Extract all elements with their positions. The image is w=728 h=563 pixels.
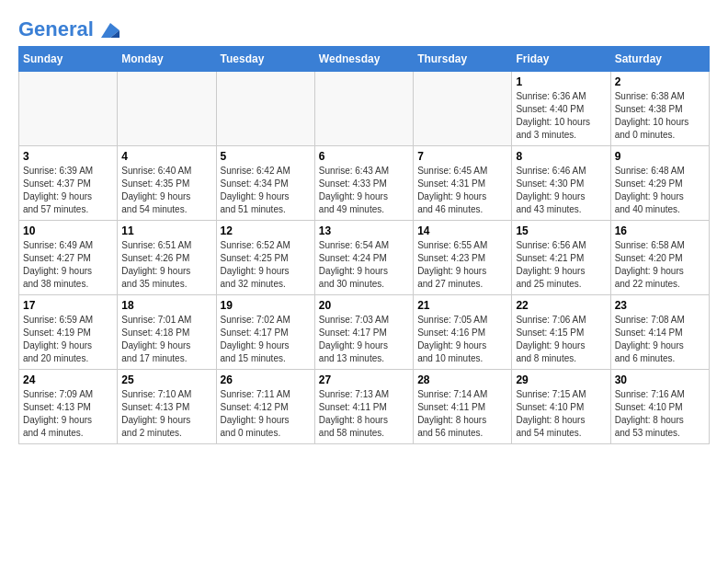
calendar-cell: 8Sunrise: 6:46 AM Sunset: 4:30 PM Daylig… xyxy=(512,146,610,221)
day-number: 1 xyxy=(516,75,606,88)
logo-icon xyxy=(101,23,119,38)
day-number: 2 xyxy=(615,75,705,88)
calendar-cell: 10Sunrise: 6:49 AM Sunset: 4:27 PM Dayli… xyxy=(19,221,118,295)
day-number: 8 xyxy=(516,150,606,163)
day-info: Sunrise: 6:38 AM Sunset: 4:38 PM Dayligh… xyxy=(615,90,705,142)
day-header-tuesday: Tuesday xyxy=(216,47,314,72)
calendar-cell: 29Sunrise: 7:15 AM Sunset: 4:10 PM Dayli… xyxy=(512,370,610,444)
day-number: 11 xyxy=(121,224,211,237)
calendar-cell: 13Sunrise: 6:54 AM Sunset: 4:24 PM Dayli… xyxy=(314,221,413,295)
week-row-3: 10Sunrise: 6:49 AM Sunset: 4:27 PM Dayli… xyxy=(19,221,710,295)
day-number: 15 xyxy=(516,224,606,237)
calendar-cell: 19Sunrise: 7:02 AM Sunset: 4:17 PM Dayli… xyxy=(216,295,314,370)
day-info: Sunrise: 6:49 AM Sunset: 4:27 PM Dayligh… xyxy=(23,239,113,291)
day-number: 30 xyxy=(615,373,705,386)
day-number: 10 xyxy=(23,224,113,237)
week-row-5: 24Sunrise: 7:09 AM Sunset: 4:13 PM Dayli… xyxy=(19,370,710,444)
day-number: 22 xyxy=(516,299,606,312)
day-number: 14 xyxy=(417,224,507,237)
day-number: 23 xyxy=(615,299,705,312)
day-info: Sunrise: 6:40 AM Sunset: 4:35 PM Dayligh… xyxy=(121,165,211,216)
week-row-2: 3Sunrise: 6:39 AM Sunset: 4:37 PM Daylig… xyxy=(19,146,710,221)
calendar-cell xyxy=(414,72,512,146)
calendar-cell xyxy=(19,72,118,146)
day-number: 27 xyxy=(319,373,409,386)
day-info: Sunrise: 6:52 AM Sunset: 4:25 PM Dayligh… xyxy=(221,239,311,291)
day-info: Sunrise: 7:09 AM Sunset: 4:13 PM Dayligh… xyxy=(23,388,113,440)
day-number: 16 xyxy=(615,224,705,237)
day-number: 19 xyxy=(221,299,311,312)
calendar-cell: 3Sunrise: 6:39 AM Sunset: 4:37 PM Daylig… xyxy=(19,146,118,221)
day-info: Sunrise: 7:02 AM Sunset: 4:17 PM Dayligh… xyxy=(221,314,311,365)
calendar-cell: 25Sunrise: 7:10 AM Sunset: 4:13 PM Dayli… xyxy=(118,370,216,444)
day-info: Sunrise: 6:43 AM Sunset: 4:33 PM Dayligh… xyxy=(319,165,409,216)
day-info: Sunrise: 7:01 AM Sunset: 4:18 PM Dayligh… xyxy=(121,314,211,365)
calendar-cell: 17Sunrise: 6:59 AM Sunset: 4:19 PM Dayli… xyxy=(19,295,118,370)
calendar-cell: 16Sunrise: 6:58 AM Sunset: 4:20 PM Dayli… xyxy=(610,221,709,295)
day-number: 3 xyxy=(23,150,113,163)
calendar-cell: 26Sunrise: 7:11 AM Sunset: 4:12 PM Dayli… xyxy=(216,370,314,444)
calendar-cell xyxy=(118,72,216,146)
day-number: 7 xyxy=(417,150,507,163)
logo: General xyxy=(18,18,119,37)
day-info: Sunrise: 6:54 AM Sunset: 4:24 PM Dayligh… xyxy=(319,239,409,291)
day-info: Sunrise: 6:45 AM Sunset: 4:31 PM Dayligh… xyxy=(417,165,507,216)
day-number: 6 xyxy=(319,150,409,163)
day-header-monday: Monday xyxy=(118,47,216,72)
day-info: Sunrise: 6:55 AM Sunset: 4:23 PM Dayligh… xyxy=(417,239,507,291)
day-info: Sunrise: 6:42 AM Sunset: 4:34 PM Dayligh… xyxy=(221,165,311,216)
day-header-wednesday: Wednesday xyxy=(314,47,413,72)
calendar-cell: 1Sunrise: 6:36 AM Sunset: 4:40 PM Daylig… xyxy=(512,72,610,146)
day-number: 12 xyxy=(221,224,311,237)
calendar-cell: 28Sunrise: 7:14 AM Sunset: 4:11 PM Dayli… xyxy=(414,370,512,444)
day-number: 28 xyxy=(417,373,507,386)
day-number: 5 xyxy=(221,150,311,163)
day-header-saturday: Saturday xyxy=(610,47,709,72)
calendar-cell: 12Sunrise: 6:52 AM Sunset: 4:25 PM Dayli… xyxy=(216,221,314,295)
day-number: 20 xyxy=(319,299,409,312)
day-number: 29 xyxy=(516,373,606,386)
day-number: 24 xyxy=(23,373,113,386)
week-row-1: 1Sunrise: 6:36 AM Sunset: 4:40 PM Daylig… xyxy=(19,72,710,146)
day-info: Sunrise: 7:11 AM Sunset: 4:12 PM Dayligh… xyxy=(221,388,311,440)
day-number: 25 xyxy=(121,373,211,386)
day-number: 4 xyxy=(121,150,211,163)
day-info: Sunrise: 7:13 AM Sunset: 4:11 PM Dayligh… xyxy=(319,388,409,440)
calendar-cell: 15Sunrise: 6:56 AM Sunset: 4:21 PM Dayli… xyxy=(512,221,610,295)
day-info: Sunrise: 6:46 AM Sunset: 4:30 PM Dayligh… xyxy=(516,165,606,216)
calendar-cell: 4Sunrise: 6:40 AM Sunset: 4:35 PM Daylig… xyxy=(118,146,216,221)
day-header-thursday: Thursday xyxy=(414,47,512,72)
day-number: 17 xyxy=(23,299,113,312)
day-header-sunday: Sunday xyxy=(19,47,118,72)
day-info: Sunrise: 7:03 AM Sunset: 4:17 PM Dayligh… xyxy=(319,314,409,365)
calendar-cell: 6Sunrise: 6:43 AM Sunset: 4:33 PM Daylig… xyxy=(314,146,413,221)
day-number: 18 xyxy=(121,299,211,312)
page-header: General xyxy=(18,18,710,37)
calendar-cell: 21Sunrise: 7:05 AM Sunset: 4:16 PM Dayli… xyxy=(414,295,512,370)
day-info: Sunrise: 6:48 AM Sunset: 4:29 PM Dayligh… xyxy=(615,165,705,216)
day-info: Sunrise: 7:05 AM Sunset: 4:16 PM Dayligh… xyxy=(417,314,507,365)
day-info: Sunrise: 7:08 AM Sunset: 4:14 PM Dayligh… xyxy=(615,314,705,365)
day-info: Sunrise: 7:16 AM Sunset: 4:10 PM Dayligh… xyxy=(615,388,705,440)
calendar-cell: 14Sunrise: 6:55 AM Sunset: 4:23 PM Dayli… xyxy=(414,221,512,295)
calendar-cell xyxy=(216,72,314,146)
calendar-cell xyxy=(314,72,413,146)
calendar-cell: 2Sunrise: 6:38 AM Sunset: 4:38 PM Daylig… xyxy=(610,72,709,146)
week-row-4: 17Sunrise: 6:59 AM Sunset: 4:19 PM Dayli… xyxy=(19,295,710,370)
day-number: 26 xyxy=(221,373,311,386)
calendar-cell: 18Sunrise: 7:01 AM Sunset: 4:18 PM Dayli… xyxy=(118,295,216,370)
calendar-cell: 9Sunrise: 6:48 AM Sunset: 4:29 PM Daylig… xyxy=(610,146,709,221)
day-info: Sunrise: 6:51 AM Sunset: 4:26 PM Dayligh… xyxy=(121,239,211,291)
day-info: Sunrise: 6:39 AM Sunset: 4:37 PM Dayligh… xyxy=(23,165,113,216)
day-info: Sunrise: 6:56 AM Sunset: 4:21 PM Dayligh… xyxy=(516,239,606,291)
day-info: Sunrise: 7:14 AM Sunset: 4:11 PM Dayligh… xyxy=(417,388,507,440)
calendar-header-row: SundayMondayTuesdayWednesdayThursdayFrid… xyxy=(19,47,710,72)
logo-text: General xyxy=(18,18,119,40)
calendar-cell: 24Sunrise: 7:09 AM Sunset: 4:13 PM Dayli… xyxy=(19,370,118,444)
day-number: 21 xyxy=(417,299,507,312)
calendar-table: SundayMondayTuesdayWednesdayThursdayFrid… xyxy=(18,46,710,444)
calendar-cell: 7Sunrise: 6:45 AM Sunset: 4:31 PM Daylig… xyxy=(414,146,512,221)
calendar-cell: 30Sunrise: 7:16 AM Sunset: 4:10 PM Dayli… xyxy=(610,370,709,444)
calendar-cell: 11Sunrise: 6:51 AM Sunset: 4:26 PM Dayli… xyxy=(118,221,216,295)
calendar-cell: 22Sunrise: 7:06 AM Sunset: 4:15 PM Dayli… xyxy=(512,295,610,370)
